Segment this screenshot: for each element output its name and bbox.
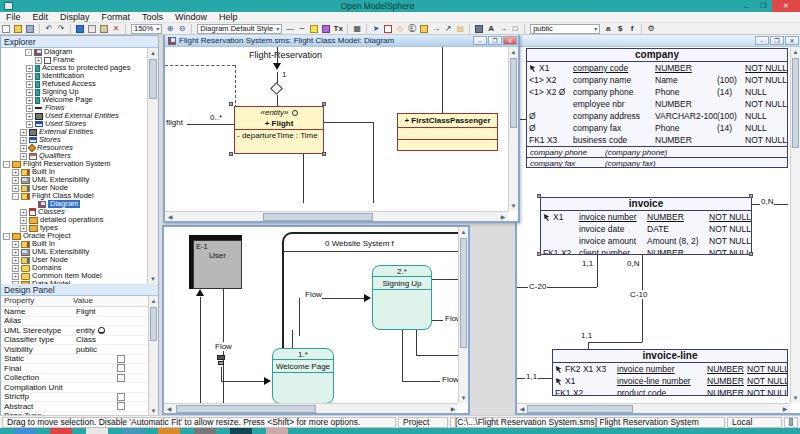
expand-icon[interactable]: +: [12, 177, 19, 184]
er-vertical-scrollbar[interactable]: ▲ ▼: [790, 47, 800, 403]
er-column-row[interactable]: Øcompany addressVARCHAR2-100(100)NULL: [527, 110, 787, 122]
expand-icon[interactable]: +: [26, 121, 33, 128]
line-weight-icon[interactable]: —: [285, 24, 295, 34]
diagram-create-icon[interactable]: [75, 24, 85, 34]
design-row-visibility[interactable]: Visibilitypublic: [1, 345, 158, 355]
menu-edit[interactable]: Edit: [27, 12, 55, 23]
expand-icon[interactable]: +: [26, 89, 33, 96]
er-window-titlebar[interactable]: – ❐ ✕: [517, 35, 800, 47]
property-value[interactable]: [73, 374, 158, 382]
tree-item-diagram[interactable]: Diagram: [1, 200, 148, 208]
expand-icon[interactable]: +: [26, 73, 33, 80]
external-entity-user[interactable]: E-1 User: [193, 240, 242, 289]
alias-button[interactable]: a: [603, 24, 613, 34]
property-value[interactable]: public: [73, 345, 158, 354]
schema-select[interactable]: public▾: [530, 24, 600, 34]
diamond-icon[interactable]: ◇: [395, 24, 405, 34]
menu-format[interactable]: Format: [96, 12, 137, 23]
brush-icon[interactable]: [321, 24, 331, 34]
checkbox[interactable]: [117, 374, 125, 382]
expand-icon[interactable]: +: [35, 57, 42, 64]
design-row-compilation-unit[interactable]: Compilation Unit: [1, 383, 158, 393]
tree-item-welcome-page[interactable]: +Welcome Page: [1, 96, 148, 104]
grid-icon[interactable]: ▦: [352, 24, 362, 34]
paste-icon[interactable]: [99, 24, 109, 34]
connector-icon[interactable]: →: [498, 24, 508, 34]
process-signing-up[interactable]: 2.* Signing Up: [372, 265, 432, 330]
er-table-company[interactable]: company X1company codeNUMBERNOT NULL<1> …: [526, 48, 788, 168]
design-row-collection[interactable]: Collection: [1, 374, 158, 384]
undo-icon[interactable]: ↶: [44, 24, 54, 34]
design-row-abstract[interactable]: Abstract: [1, 402, 158, 412]
association-icon[interactable]: →: [431, 24, 441, 34]
property-value[interactable]: entity: [73, 326, 158, 335]
generalization-icon[interactable]: ↗: [443, 24, 453, 34]
class-flight[interactable]: «entity» + Flight - departureTime : Time: [234, 106, 324, 154]
expand-icon[interactable]: +: [12, 257, 19, 264]
design-row-strictfp[interactable]: Strictfp: [1, 393, 158, 403]
checkbox[interactable]: [117, 402, 125, 410]
zoom-out-icon[interactable]: ⊖: [177, 24, 187, 34]
menu-file[interactable]: File: [0, 12, 27, 23]
er-column-row[interactable]: X1invoice numberNUMBERNOT NULL: [541, 211, 751, 223]
class-minimize-button[interactable]: –: [473, 36, 487, 45]
checkbox[interactable]: [117, 393, 125, 401]
class-vertical-scrollbar[interactable]: ▲ ▼: [508, 47, 518, 211]
open-file-icon[interactable]: [13, 24, 23, 34]
tree-item-flight-reservation-system[interactable]: -Flight Reservation System: [1, 160, 148, 168]
tree-item-oracle-project[interactable]: -Oracle Project: [1, 232, 148, 240]
property-value[interactable]: [73, 402, 158, 410]
design-row-classifier-type[interactable]: Classifier typeClass: [1, 336, 158, 346]
circle-e-icon[interactable]: Ⓔ: [407, 24, 417, 34]
er-canvas[interactable]: company X1company codeNUMBERNOT NULL<1> …: [517, 47, 800, 413]
save-icon[interactable]: [25, 24, 35, 34]
er-column-row[interactable]: employee nbrNUMBERNOT NULL: [527, 98, 787, 110]
zoom-select[interactable]: 150%▾: [131, 24, 162, 34]
expand-icon[interactable]: +: [12, 273, 19, 280]
er-column-row[interactable]: FK1 X2product codeNUMBERNOT NULL: [553, 387, 787, 396]
expand-icon[interactable]: +: [20, 129, 27, 136]
tree-item-user-node[interactable]: +User Node: [1, 256, 148, 264]
er-table-invoice[interactable]: invoice X1invoice numberNUMBERNOT NULLin…: [540, 197, 752, 255]
design-row-alias[interactable]: Alias: [1, 317, 158, 327]
tree-item-common-item-model[interactable]: +Common Item Model: [1, 272, 148, 280]
font-icon[interactable]: A: [486, 24, 496, 34]
dfd-canvas[interactable]: 0 Website System f E-1 User Flow 2.*: [164, 227, 468, 413]
style-select[interactable]: Diagram Default Style▾: [197, 24, 282, 34]
er-close-button[interactable]: ✕: [785, 36, 799, 45]
property-value[interactable]: [73, 364, 158, 372]
expand-icon[interactable]: +: [20, 137, 27, 144]
expand-icon[interactable]: +: [26, 97, 33, 104]
menu-window[interactable]: Window: [169, 12, 213, 23]
collapse-icon[interactable]: -: [3, 161, 10, 168]
windows-taskbar[interactable]: [0, 428, 800, 434]
pen-color-icon[interactable]: [309, 24, 319, 34]
design-panel-scrollbar[interactable]: ▲ ▼: [148, 296, 158, 416]
expand-icon[interactable]: +: [26, 81, 33, 88]
menu-display[interactable]: Display: [54, 12, 96, 23]
property-value[interactable]: Flight: [73, 307, 158, 316]
checkbox[interactable]: [117, 364, 125, 372]
design-row-final[interactable]: Final: [1, 364, 158, 374]
er-table-invoice-line[interactable]: invoice-line FK2 X1 X3invoice numberNUMB…: [552, 349, 788, 396]
design-row-name[interactable]: NameFlight: [1, 307, 158, 317]
tree-item-stores[interactable]: +Stores: [1, 136, 148, 144]
select-arrow-icon[interactable]: ➤: [371, 24, 381, 34]
expand-icon[interactable]: +: [12, 265, 19, 272]
design-row-static[interactable]: Static: [1, 355, 158, 365]
expand-icon[interactable]: +: [20, 145, 27, 152]
gear-icon[interactable]: ⚙: [646, 24, 656, 34]
property-value[interactable]: Class: [73, 335, 158, 344]
er-maximize-button[interactable]: ❐: [770, 36, 784, 45]
class-horizontal-scrollbar[interactable]: ◀ ▶: [165, 211, 508, 221]
expand-icon[interactable]: +: [12, 185, 19, 192]
new-file-icon[interactable]: [1, 24, 11, 34]
er-column-row[interactable]: <1> X2 Øcompany phonePhone(14)NULL: [527, 86, 787, 98]
er-column-row[interactable]: Øcompany faxPhone(14)NULL: [527, 122, 787, 134]
entity-box-icon[interactable]: [383, 24, 393, 34]
tree-item-detailed-operations[interactable]: +detailed operations: [1, 216, 148, 224]
line-dash-icon[interactable]: ╌: [297, 24, 307, 34]
process-welcome-page[interactable]: 1.* Welcome Page: [272, 348, 334, 404]
er-minimize-button[interactable]: –: [755, 36, 769, 45]
property-value[interactable]: [73, 355, 158, 363]
